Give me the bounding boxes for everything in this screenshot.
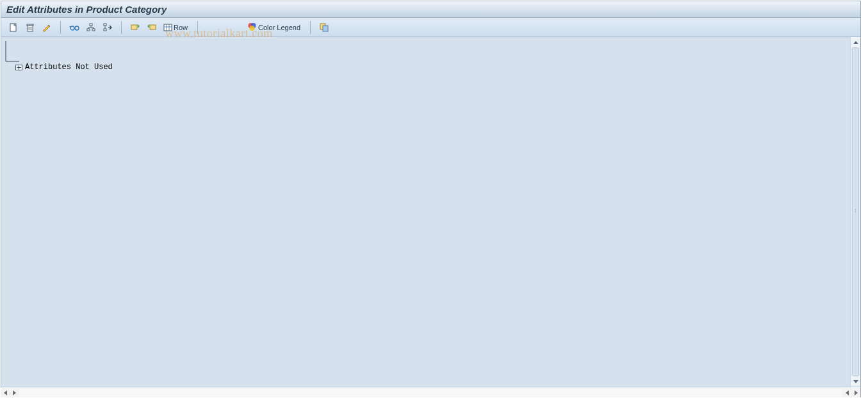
svg-rect-11 bbox=[92, 29, 95, 31]
row-button[interactable]: Row bbox=[161, 20, 191, 35]
glasses-icon bbox=[69, 23, 79, 32]
svg-rect-10 bbox=[87, 29, 90, 31]
assign-button[interactable] bbox=[101, 20, 115, 35]
outer-horizontal-scrollbar[interactable] bbox=[1, 388, 860, 397]
toolbar-separator bbox=[60, 21, 61, 34]
svg-rect-14 bbox=[131, 25, 137, 29]
svg-rect-13 bbox=[104, 29, 106, 31]
document-new-icon bbox=[9, 23, 18, 32]
expand-node-icon bbox=[131, 23, 140, 32]
title-bar: Edit Attributes in Product Category bbox=[1, 1, 860, 18]
expand-node-button[interactable] bbox=[128, 20, 142, 35]
svg-point-22 bbox=[250, 26, 255, 31]
svg-rect-15 bbox=[150, 25, 156, 29]
row-icon bbox=[163, 23, 172, 32]
scroll-up-button[interactable] bbox=[851, 37, 860, 47]
tree-node-label: Attributes Not Used bbox=[25, 63, 113, 72]
toolbar-separator bbox=[310, 21, 311, 34]
scroll-down-button[interactable] bbox=[851, 376, 860, 386]
svg-rect-24 bbox=[323, 26, 328, 31]
application-toolbar: Row Color Legend bbox=[1, 18, 860, 37]
outer-scroll-left-button[interactable] bbox=[1, 388, 10, 397]
collapse-node-button[interactable] bbox=[145, 20, 159, 35]
pencil-icon bbox=[42, 23, 51, 32]
toolbar-separator bbox=[121, 21, 122, 34]
color-palette-icon bbox=[247, 22, 257, 32]
expand-icon[interactable] bbox=[15, 65, 22, 70]
svg-rect-9 bbox=[90, 24, 92, 26]
arrow-into-node-icon bbox=[103, 23, 112, 32]
svg-point-7 bbox=[75, 26, 79, 30]
outer-scroll-right-button[interactable] bbox=[851, 388, 860, 397]
create-button[interactable] bbox=[6, 20, 20, 35]
color-legend-button[interactable]: Color Legend bbox=[245, 20, 304, 35]
edit-button[interactable] bbox=[40, 20, 54, 35]
hierarchy-icon bbox=[86, 23, 95, 32]
svg-point-6 bbox=[70, 26, 74, 30]
collapse-node-icon bbox=[147, 23, 156, 32]
vertical-scroll-thumb[interactable] bbox=[852, 47, 859, 376]
svg-rect-17 bbox=[164, 26, 172, 28]
row-button-label: Row bbox=[174, 24, 188, 31]
outer-scroll-right-alt-button[interactable] bbox=[10, 388, 19, 397]
outer-scroll-left-alt-button[interactable] bbox=[842, 388, 851, 397]
trash-icon bbox=[26, 23, 35, 32]
hierarchy-button[interactable] bbox=[84, 20, 98, 35]
svg-rect-12 bbox=[104, 24, 106, 26]
tree-view[interactable]: Attributes Not Used bbox=[1, 37, 850, 386]
tree-node[interactable]: Attributes Not Used bbox=[15, 63, 113, 72]
copy-icon bbox=[320, 23, 329, 32]
toolbar-separator bbox=[197, 21, 198, 34]
vertical-scrollbar[interactable] bbox=[850, 37, 860, 386]
outer-horizontal-track[interactable] bbox=[19, 389, 842, 397]
page-title: Edit Attributes in Product Category bbox=[6, 4, 167, 15]
vertical-scroll-track[interactable] bbox=[851, 47, 860, 376]
display-button[interactable] bbox=[67, 20, 81, 35]
copy-button[interactable] bbox=[317, 20, 331, 35]
content-area: Attributes Not Used bbox=[1, 37, 860, 397]
delete-button[interactable] bbox=[23, 20, 37, 35]
color-legend-label: Color Legend bbox=[258, 24, 300, 31]
svg-rect-2 bbox=[27, 24, 33, 26]
